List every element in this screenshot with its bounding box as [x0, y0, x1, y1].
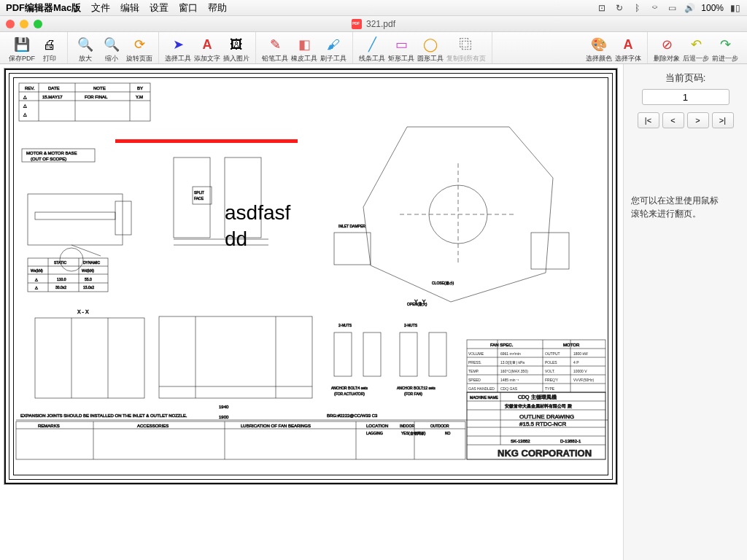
- zoom-in-button[interactable]: 🔍放大: [72, 33, 98, 63]
- delete-object-button[interactable]: ⊘删除对象: [652, 33, 681, 63]
- svg-text:△: △: [23, 95, 27, 99]
- svg-text:4 P: 4 P: [573, 360, 579, 365]
- wifi-icon[interactable]: ⌔: [649, 2, 660, 14]
- print-button[interactable]: 🖨打印: [36, 33, 63, 63]
- add-text-button[interactable]: A添加文字: [193, 33, 222, 63]
- menu-settings[interactable]: 设置: [150, 1, 169, 15]
- timemachine-icon[interactable]: ↻: [614, 2, 625, 14]
- font-icon: A: [620, 36, 636, 52]
- svg-text:DYNAMIC: DYNAMIC: [83, 260, 100, 265]
- battery-percent: 100%: [701, 3, 724, 13]
- page-label: 当前页码:: [665, 71, 706, 85]
- bluetooth-icon[interactable]: ᛒ: [631, 2, 643, 14]
- volume-icon[interactable]: 🔊: [684, 2, 695, 14]
- battery-icon[interactable]: ▮▯: [729, 2, 741, 14]
- svg-text:TEMP.: TEMP.: [468, 369, 479, 373]
- svg-text:#15.5 RTDC-NCR: #15.5 RTDC-NCR: [519, 421, 567, 427]
- rect-tool-button[interactable]: ▭矩形工具: [387, 33, 416, 63]
- svg-text:LUBRICATION OF FAN BEARINGS: LUBRICATION OF FAN BEARINGS: [241, 424, 311, 428]
- redo-icon: ↷: [717, 36, 733, 52]
- pdf-page[interactable]: REV. DATE NOTE BY △ 15.MAY17 FOR FINAL Y…: [4, 69, 617, 484]
- svg-text:15.0x2: 15.0x2: [83, 285, 94, 289]
- eraser-tool-button[interactable]: ◧橡皮工具: [290, 33, 319, 63]
- svg-text:160°C(MAX.350): 160°C(MAX.350): [500, 369, 528, 373]
- svg-text:ANCHOR BOLT:4 sets: ANCHOR BOLT:4 sets: [331, 386, 368, 390]
- user-text-2[interactable]: dd: [225, 228, 247, 251]
- next-page-button[interactable]: >: [687, 112, 709, 128]
- display-icon[interactable]: ▭: [666, 2, 678, 14]
- window-titlebar: 321.pdf: [0, 16, 747, 32]
- app-name: PDF编辑器Mac版: [6, 1, 81, 15]
- zoom-window-button[interactable]: [34, 20, 42, 28]
- line-icon: ╱: [364, 36, 380, 52]
- document-title: 321.pdf: [352, 19, 395, 29]
- desktop-wallpaper-peek: [4, 497, 619, 556]
- svg-text:OUTLINE DRAWING: OUTLINE DRAWING: [519, 413, 574, 420]
- pdf-canvas-area[interactable]: REV. DATE NOTE BY △ 15.MAY17 FOR FINAL Y…: [0, 64, 623, 560]
- svg-text:REV.: REV.: [25, 86, 35, 90]
- eraser-icon: ◧: [296, 36, 312, 52]
- font-picker-button[interactable]: A选择字体: [614, 33, 643, 63]
- first-page-button[interactable]: |<: [638, 112, 659, 128]
- prev-page-button[interactable]: <: [662, 112, 684, 128]
- svg-text:ANCHOR BOLT:12 sets: ANCHOR BOLT:12 sets: [397, 386, 436, 390]
- pencil-tool-button[interactable]: ✎铅笔工具: [260, 33, 290, 63]
- redo-button[interactable]: ↷前进一步: [711, 33, 740, 63]
- menu-file[interactable]: 文件: [91, 1, 110, 15]
- svg-rect-71: [429, 332, 446, 376]
- svg-text:ACCESSORIES: ACCESSORIES: [137, 424, 169, 428]
- svg-text:DATE: DATE: [48, 86, 60, 90]
- svg-text:Wd(kN): Wd(kN): [82, 268, 94, 273]
- insert-image-button[interactable]: 🖼插入图片: [222, 33, 251, 63]
- svg-text:MOTOR: MOTOR: [563, 343, 580, 347]
- svg-rect-41: [225, 158, 261, 238]
- select-tool-button[interactable]: ➤选择工具: [163, 33, 193, 63]
- svg-rect-59: [159, 316, 312, 398]
- brush-tool-button[interactable]: 🖌刷子工具: [319, 33, 348, 63]
- save-pdf-button[interactable]: 💾保存PDF: [7, 33, 36, 63]
- svg-text:YES(含钢网板): YES(含钢网板): [401, 431, 426, 435]
- svg-text:2-NUTS: 2-NUTS: [404, 323, 418, 327]
- svg-text:△: △: [23, 104, 27, 108]
- zoom-out-button[interactable]: 🔍缩小: [98, 33, 125, 63]
- page-number-input[interactable]: [642, 89, 729, 105]
- svg-text:LOCATION: LOCATION: [366, 424, 388, 428]
- last-page-button[interactable]: >|: [712, 112, 734, 128]
- svg-text:1800 kW: 1800 kW: [573, 351, 588, 356]
- technical-drawing-svg: REV. DATE NOTE BY △ 15.MAY17 FOR FINAL Y…: [6, 70, 619, 486]
- toolbar: 💾保存PDF 🖨打印 🔍放大 🔍缩小 ⟳旋转页面 ➤选择工具 A添加文字 🖼插入…: [0, 32, 747, 64]
- line-tool-button[interactable]: ╱线条工具: [357, 33, 387, 63]
- copy-all-pages-button[interactable]: ⿻复制到所有页: [445, 33, 487, 63]
- rotate-button[interactable]: ⟳旋转页面: [125, 33, 154, 63]
- menu-edit[interactable]: 编辑: [120, 1, 139, 15]
- svg-text:FREQ'Y: FREQ'Y: [545, 378, 559, 382]
- spotlight-icon[interactable]: ⊡: [596, 2, 608, 14]
- color-picker-button[interactable]: 🎨选择颜色: [584, 33, 614, 63]
- menu-window[interactable]: 窗口: [179, 1, 198, 15]
- svg-text:SPEED: SPEED: [468, 378, 481, 382]
- svg-text:FACE: FACE: [194, 196, 204, 201]
- svg-rect-40: [174, 158, 210, 238]
- minimize-window-button[interactable]: [20, 20, 28, 28]
- svg-text:CLOSE(最小): CLOSE(最小): [432, 281, 454, 285]
- svg-rect-66: [363, 332, 381, 376]
- svg-text:NKG CORPORATION: NKG CORPORATION: [498, 448, 592, 459]
- svg-text:10000 V: 10000 V: [573, 369, 587, 373]
- svg-text:TYPE: TYPE: [545, 386, 555, 391]
- circle-tool-button[interactable]: ◯圆形工具: [416, 33, 445, 63]
- svg-text:D-13882-1: D-13882-1: [560, 439, 581, 443]
- svg-text:(FOR ACTUATOR): (FOR ACTUATOR): [334, 392, 365, 396]
- text-icon: A: [199, 36, 215, 52]
- svg-text:VVVF(50Hz): VVVF(50Hz): [573, 378, 594, 382]
- svg-text:13.0(流量) kPa: 13.0(流量) kPa: [500, 360, 525, 365]
- undo-button[interactable]: ↶后退一步: [681, 33, 711, 63]
- menu-help[interactable]: 帮助: [208, 1, 227, 15]
- brush-icon: 🖌: [325, 36, 341, 52]
- pencil-icon: ✎: [267, 36, 283, 52]
- pdf-file-icon: [352, 19, 362, 29]
- user-red-line[interactable]: [115, 139, 298, 143]
- undo-icon: ↶: [688, 36, 704, 52]
- close-window-button[interactable]: [6, 20, 15, 28]
- svg-text:(FOR FAN): (FOR FAN): [404, 392, 422, 396]
- user-text-1[interactable]: asdfasf: [225, 201, 290, 225]
